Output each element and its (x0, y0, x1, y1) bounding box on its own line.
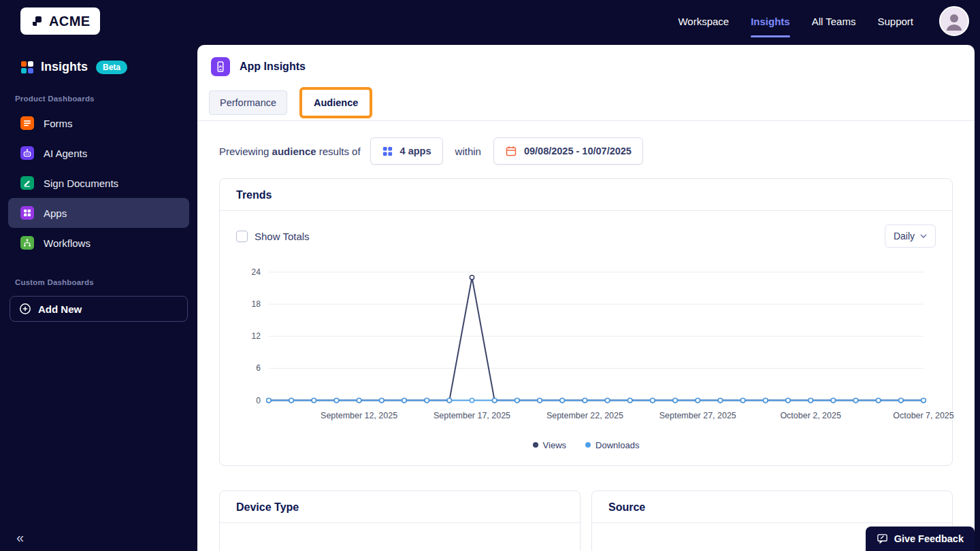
svg-text:September 27, 2025: September 27, 2025 (659, 411, 736, 420)
forms-icon (20, 116, 34, 130)
section-custom-dashboards: Custom Dashboards (15, 278, 182, 286)
svg-text:September 12, 2025: September 12, 2025 (321, 411, 397, 420)
give-feedback-button[interactable]: Give Feedback (866, 527, 975, 551)
sidebar-item-ai-agents[interactable]: AI Agents (8, 138, 189, 168)
page-title: App Insights (240, 61, 306, 73)
workflow-icon (20, 236, 34, 250)
nav-insights[interactable]: Insights (751, 12, 790, 31)
trends-title: Trends (236, 189, 936, 201)
filter-bar: Previewing audience results of 4 apps wi… (197, 121, 975, 178)
show-totals-toggle[interactable]: Show Totals (236, 231, 310, 242)
sidebar-menu: Forms AI Agents Sign Documents Apps Work… (0, 108, 197, 258)
sidebar-item-label: Forms (44, 118, 73, 129)
tabs: Performance Audience (197, 84, 975, 121)
svg-text:October 2, 2025: October 2, 2025 (780, 411, 840, 420)
give-feedback-label: Give Feedback (894, 533, 964, 544)
interval-dropdown[interactable]: Daily (885, 224, 936, 248)
acme-logo[interactable]: ACME (20, 7, 100, 35)
sidebar-item-label: AI Agents (44, 148, 87, 159)
nav-support[interactable]: Support (877, 12, 913, 31)
device-type-card: Device Type (219, 490, 581, 551)
legend-views[interactable]: Views (533, 440, 566, 450)
feedback-icon (877, 533, 888, 544)
svg-text:October 7, 2025: October 7, 2025 (893, 411, 953, 420)
app-insights-icon (211, 57, 230, 76)
annotation-highlight: Audience (299, 87, 372, 118)
date-range-label: 09/08/2025 - 10/07/2025 (524, 146, 632, 156)
avatar[interactable] (939, 6, 969, 36)
trends-card-header: Trends (220, 179, 952, 211)
sidebar-item-apps[interactable]: Apps (8, 198, 189, 228)
downloads-legend-label: Downloads (595, 440, 639, 450)
apps-grid-icon (20, 206, 34, 220)
sidebar-item-label: Sign Documents (44, 178, 118, 189)
insights-icon (20, 61, 34, 74)
main-area: App Insights Performance Audience Previe… (197, 42, 980, 551)
trend-line-chart: 06121824September 12, 2025September 17, … (236, 263, 936, 429)
sidebar: Insights Beta Product Dashboards Forms A… (0, 42, 197, 551)
signature-icon (20, 176, 34, 190)
svg-text:24: 24 (252, 267, 261, 277)
device-type-header: Device Type (220, 491, 580, 523)
device-type-title: Device Type (236, 501, 564, 514)
beta-badge: Beta (96, 61, 127, 74)
top-nav: Workspace Insights All Teams Support (678, 6, 969, 36)
apps-selector-label: 4 apps (400, 146, 431, 156)
bottom-cards: Device Type Source (219, 490, 953, 551)
source-title: Source (608, 501, 936, 514)
apps-selector-icon (382, 146, 393, 157)
sidebar-item-workflows[interactable]: Workflows (8, 228, 189, 258)
chevron-down-icon (920, 234, 927, 238)
calendar-icon (505, 145, 517, 157)
tab-performance[interactable]: Performance (209, 90, 287, 115)
downloads-legend-dot (585, 442, 591, 448)
svg-text:12: 12 (252, 331, 261, 341)
date-range-button[interactable]: 09/08/2025 - 10/07/2025 (493, 137, 643, 165)
interval-value: Daily (894, 231, 915, 241)
nav-all-teams[interactable]: All Teams (812, 12, 856, 31)
svg-text:6: 6 (256, 363, 261, 373)
source-header: Source (592, 491, 952, 523)
sidebar-item-forms[interactable]: Forms (8, 108, 189, 138)
nav-workspace[interactable]: Workspace (678, 12, 729, 31)
trends-card: Trends Show Totals Daily 06121824Septemb… (219, 178, 953, 466)
show-totals-checkbox[interactable] (236, 231, 248, 242)
sidebar-item-sign-documents[interactable]: Sign Documents (8, 168, 189, 198)
collapse-sidebar-button[interactable]: « (16, 531, 24, 544)
acme-logo-icon (30, 14, 44, 28)
add-new-button[interactable]: Add New (10, 296, 188, 322)
page-header: App Insights (197, 45, 975, 84)
apps-selector-button[interactable]: 4 apps (370, 137, 443, 165)
tab-audience[interactable]: Audience (304, 91, 368, 114)
filter-text: Previewing audience results of (219, 146, 361, 157)
add-new-label: Add New (38, 303, 82, 315)
acme-logo-text: ACME (49, 14, 91, 29)
trends-chart: 06121824September 12, 2025September 17, … (220, 248, 952, 429)
robot-icon (20, 146, 34, 160)
views-legend-label: Views (543, 440, 566, 450)
show-totals-label: Show Totals (255, 231, 310, 242)
sidebar-item-label: Apps (44, 207, 67, 219)
legend-downloads[interactable]: Downloads (585, 440, 639, 450)
plus-icon (19, 303, 31, 315)
within-label: within (455, 146, 481, 157)
trends-controls: Show Totals Daily (220, 211, 952, 248)
svg-text:18: 18 (252, 299, 261, 309)
main-panel: App Insights Performance Audience Previe… (197, 45, 975, 551)
sidebar-title: Insights (41, 60, 88, 74)
sidebar-item-label: Workflows (44, 237, 91, 249)
topbar: ACME Workspace Insights All Teams Suppor… (0, 0, 980, 42)
sidebar-header: Insights Beta (0, 42, 197, 74)
svg-text:September 17, 2025: September 17, 2025 (434, 411, 510, 420)
svg-text:September 22, 2025: September 22, 2025 (546, 411, 623, 420)
person-icon (943, 10, 966, 33)
chart-legend: Views Downloads (220, 429, 952, 465)
views-legend-dot (533, 442, 538, 448)
svg-text:0: 0 (256, 396, 261, 405)
section-product-dashboards: Product Dashboards (15, 95, 182, 103)
